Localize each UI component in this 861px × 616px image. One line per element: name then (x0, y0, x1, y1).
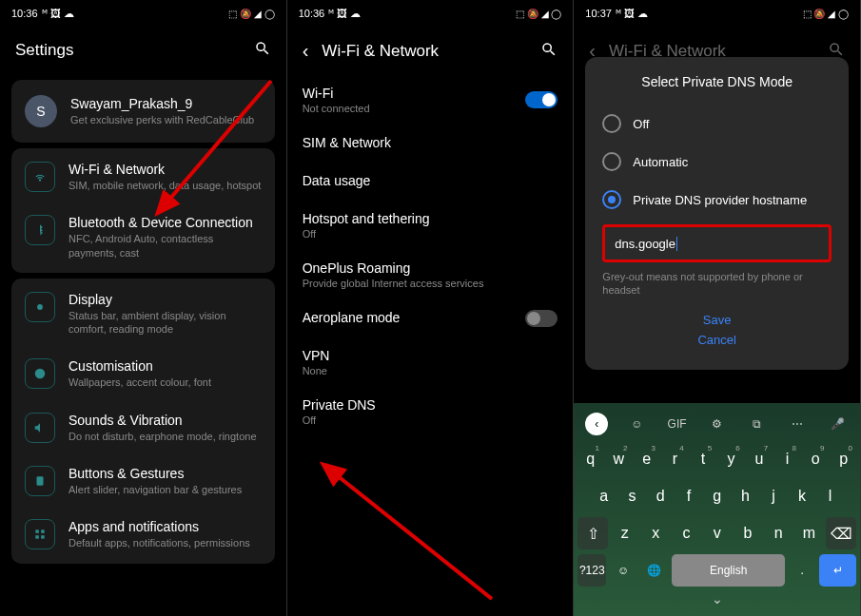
kb-key-p[interactable]: p0 (831, 443, 856, 475)
sound-icon (25, 413, 55, 443)
search-icon[interactable] (254, 40, 271, 61)
data-usage-row[interactable]: Data usage (287, 163, 574, 201)
status-bar: 10:36 ᴹ 🖼 ☁ ⬚ 🔕 ◢ ◯ (287, 0, 574, 27)
gestures-icon (25, 466, 55, 496)
hotspot-row[interactable]: Hotspot and tethering Off (287, 201, 574, 250)
buttons-row[interactable]: Buttons & Gestures Alert slider, navigat… (11, 454, 275, 508)
radio-automatic[interactable]: Automatic (602, 143, 832, 181)
kb-key-z[interactable]: z (611, 517, 638, 549)
cancel-button[interactable]: Cancel (602, 333, 832, 347)
aeroplane-toggle[interactable] (525, 310, 558, 327)
kb-key-f[interactable]: f (676, 480, 702, 512)
wifi-network-row[interactable]: Wi-Fi & Network SIM, mobile network, dat… (11, 150, 275, 203)
status-bar: 10:36 ᴹ 🖼 ☁ ⬚ 🔕 ◢ ◯ (0, 0, 286, 27)
account-sub: Get exclusive perks with RedCableClub (70, 113, 262, 126)
kb-space-key[interactable]: English (672, 554, 785, 587)
customisation-row[interactable]: Customisation Wallpapers, accent colour,… (11, 347, 275, 400)
kb-period-key[interactable]: . (788, 554, 816, 587)
annotation-arrow-2 (311, 456, 501, 608)
search-icon[interactable] (540, 41, 558, 62)
kb-translate-icon[interactable]: ⧉ (746, 413, 769, 435)
keyboard[interactable]: ‹ ☺ GIF ⚙ ⧉ ⋯ 🎤 q1w2e3r4t5y6u7i8o9p0 asd… (574, 403, 860, 616)
svg-point-1 (35, 369, 46, 379)
kb-key-a[interactable]: a (591, 480, 616, 512)
page-title: Wi-Fi & Network (322, 42, 439, 61)
kb-settings-icon[interactable]: ⚙ (706, 413, 729, 435)
kb-key-y[interactable]: y6 (718, 443, 744, 475)
private-dns-dialog: Select Private DNS Mode Off Automatic Pr… (585, 57, 849, 370)
kb-key-x[interactable]: x (641, 517, 669, 549)
display-row[interactable]: Display Status bar, ambient display, vis… (11, 280, 275, 348)
kb-key-h[interactable]: h (733, 480, 758, 512)
private-dns-row[interactable]: Private DNS Off (287, 387, 574, 436)
kb-more-icon[interactable]: ⋯ (786, 413, 809, 435)
kb-handle-icon[interactable]: ⌄ (577, 591, 856, 606)
kb-key-c[interactable]: c (673, 517, 700, 549)
radio-hostname[interactable]: Private DNS provider hostname (602, 181, 832, 219)
kb-key-s[interactable]: s (619, 480, 645, 512)
kb-key-b[interactable]: b (734, 517, 761, 549)
wifi-toggle[interactable] (525, 91, 558, 108)
vpn-row[interactable]: VPN None (287, 337, 574, 387)
sounds-row[interactable]: Sounds & Vibration Do not disturb, earph… (11, 401, 275, 454)
kb-collapse-icon[interactable]: ‹ (585, 413, 608, 435)
wifi-row[interactable]: Wi-Fi Not connected (287, 75, 574, 125)
kb-key-j[interactable]: j (761, 480, 787, 512)
kb-row-2: asdfghjkl (577, 480, 856, 512)
kb-sticker-icon[interactable]: ☺ (625, 413, 648, 435)
kb-key-l[interactable]: l (817, 480, 843, 512)
kb-key-m[interactable]: m (795, 517, 823, 549)
kb-symbols-key[interactable]: ?123 (577, 554, 606, 587)
kb-row-1: q1w2e3r4t5y6u7i8o9p0 (577, 443, 856, 475)
kb-key-r[interactable]: r4 (662, 443, 688, 475)
back-icon[interactable]: ‹ (303, 40, 309, 62)
save-button[interactable]: Save (602, 313, 832, 327)
wifi-network-screen: 10:36 ᴹ 🖼 ☁ ⬚ 🔕 ◢ ◯ ‹ Wi-Fi & Network Wi… (287, 0, 575, 616)
kb-row-4: ?123 ☺ 🌐 English . ↵ (577, 554, 856, 587)
kb-shift-key[interactable]: ⇧ (577, 517, 608, 549)
account-card[interactable]: S Swayam_Prakash_9 Get exclusive perks w… (11, 80, 275, 143)
kb-gif-button[interactable]: GIF (666, 413, 689, 435)
kb-globe-key[interactable]: 🌐 (640, 554, 669, 587)
kb-enter-key[interactable]: ↵ (819, 554, 856, 587)
kb-key-i[interactable]: i8 (774, 443, 800, 475)
status-app-icons: ᴹ 🖼 ☁ (42, 8, 74, 20)
kb-emoji-key[interactable]: ☺ (609, 554, 637, 587)
kb-key-o[interactable]: o9 (803, 443, 829, 475)
wifi-icon (25, 162, 55, 192)
dialog-title: Select Private DNS Mode (602, 74, 832, 89)
svg-rect-2 (37, 476, 44, 485)
status-app-icons: ᴹ 🖼 ☁ (616, 8, 648, 20)
settings-header: Settings (0, 27, 286, 74)
aeroplane-row[interactable]: Aeroplane mode (287, 299, 574, 337)
status-indicators: ⬚ 🔕 ◢ ◯ (516, 9, 561, 19)
bluetooth-row[interactable]: Bluetooth & Device Connection NFC, Andro… (11, 203, 275, 271)
sim-row[interactable]: SIM & Network (287, 125, 574, 163)
kb-backspace-key[interactable]: ⌫ (826, 517, 856, 549)
kb-key-d[interactable]: d (648, 480, 674, 512)
kb-key-q[interactable]: q1 (577, 443, 603, 475)
kb-key-w[interactable]: w2 (606, 443, 632, 475)
kb-key-g[interactable]: g (704, 480, 730, 512)
account-name: Swayam_Prakash_9 (70, 96, 262, 111)
page-title: Settings (15, 41, 73, 60)
kb-key-u[interactable]: u7 (747, 443, 773, 475)
settings-screen: 10:36 ᴹ 🖼 ☁ ⬚ 🔕 ◢ ◯ Settings S Swayam_Pr… (0, 0, 287, 616)
status-bar: 10:37 ᴹ 🖼 ☁ ⬚ 🔕 ◢ ◯ (574, 0, 860, 27)
kb-mic-icon[interactable]: 🎤 (826, 413, 849, 435)
svg-line-10 (323, 464, 492, 599)
kb-key-e[interactable]: e3 (634, 443, 659, 475)
svg-rect-3 (35, 530, 39, 534)
kb-key-t[interactable]: t5 (691, 443, 716, 475)
kb-key-n[interactable]: n (765, 517, 793, 549)
status-indicators: ⬚ 🔕 ◢ ◯ (803, 9, 849, 19)
radio-off[interactable]: Off (602, 105, 832, 143)
wifi-header: ‹ Wi-Fi & Network (287, 27, 574, 75)
kb-key-k[interactable]: k (790, 480, 815, 512)
apps-row[interactable]: Apps and notifications Default apps, not… (11, 508, 275, 561)
dns-hostname-input[interactable]: dns.google (602, 224, 832, 262)
kb-key-v[interactable]: v (703, 517, 731, 549)
display-icon (25, 292, 55, 322)
roaming-row[interactable]: OnePlus Roaming Provide global Internet … (287, 250, 574, 299)
network-group: Wi-Fi & Network SIM, mobile network, dat… (11, 148, 275, 273)
